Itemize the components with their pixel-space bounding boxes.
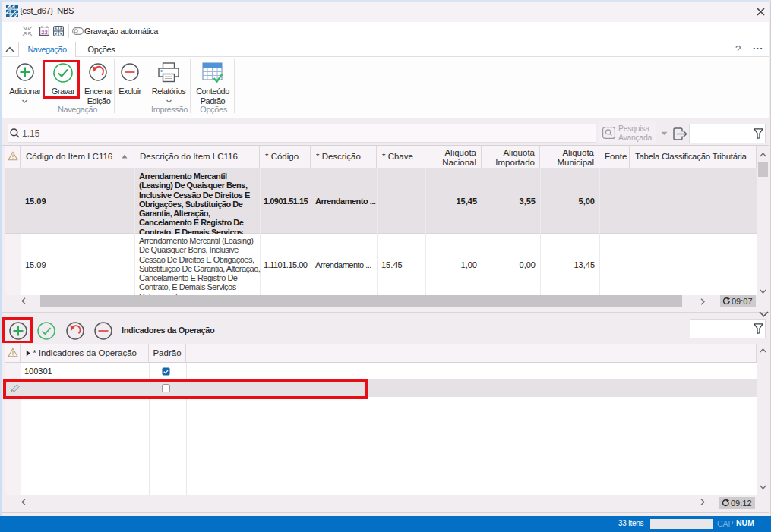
svg-text:23: 23 <box>41 29 47 36</box>
